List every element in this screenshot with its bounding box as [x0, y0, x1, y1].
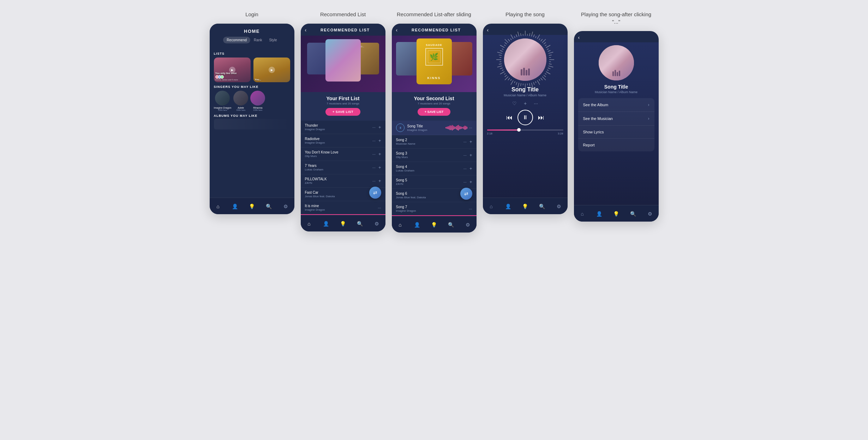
s2-song-row-0[interactable]: Thunder Imagine Dragon ··· + — [301, 121, 385, 134]
svg-line-65 — [545, 45, 546, 46]
s4-footer-idea[interactable]: 💡 — [520, 201, 530, 211]
s2-song-row-3[interactable]: 7 Years Lukas Graham ··· + — [301, 161, 385, 174]
s3-footer-user[interactable]: 👤 — [412, 220, 422, 230]
s2-plus-0[interactable]: + — [378, 125, 381, 130]
s2-footer-user[interactable]: 👤 — [321, 219, 331, 229]
s1-body: LISTS ▶ You only live once Donna, — [210, 46, 294, 198]
s4-heart-btn[interactable]: ♡ — [512, 101, 517, 106]
s3-dots-2[interactable]: ··· — [463, 167, 467, 171]
s3-song-row-0[interactable]: Song 2 Musician Name ··· + — [392, 135, 477, 149]
s1-singer-1[interactable]: Imagine Dragon 200k fans — [214, 91, 232, 111]
s3-save-btn[interactable]: + SAVE LIST — [418, 108, 451, 116]
svg-line-67 — [547, 49, 549, 49]
s5-footer-settings[interactable]: ⚙ — [645, 209, 655, 219]
s4-prev-btn[interactable]: ⏮ — [506, 114, 513, 121]
s3-song-row-1[interactable]: Song 3 Olly Murs ··· + — [392, 149, 477, 162]
s1-footer-search[interactable]: 🔍 — [264, 201, 274, 211]
s1-footer: ⌂ 👤 💡 🔍 ⚙ — [210, 198, 294, 214]
s2-song-row-2[interactable]: You Don't Know Love Olly Murs ··· + — [301, 147, 385, 161]
s2-song-row-6[interactable]: It is mine Imagine Dragon ··· — [301, 201, 385, 215]
s1-tab-rank[interactable]: Rank — [250, 37, 265, 43]
s3-footer-home[interactable]: ⌂ — [395, 220, 405, 230]
svg-line-25 — [510, 79, 511, 81]
s5-menu-see-musician[interactable]: See the Musician › — [578, 112, 654, 126]
s3-footer-idea[interactable]: 💡 — [429, 220, 439, 230]
s5-back-btn[interactable]: ‹ — [578, 35, 580, 40]
s5-footer-user[interactable]: 👤 — [594, 209, 604, 219]
s3-plus-0[interactable]: + — [469, 139, 472, 144]
s2-song-title-5: Fast Car — [305, 191, 372, 194]
s2-dots-3[interactable]: ··· — [372, 165, 376, 170]
s3-song-row-2[interactable]: Song 4 Lukas Graham ··· + — [392, 162, 477, 175]
s4-plus-btn[interactable]: + — [524, 101, 527, 106]
s3-shuffle-fab[interactable]: ⇄ — [460, 188, 472, 200]
s3-dots-0[interactable]: ··· — [463, 140, 467, 144]
s3-footer-settings[interactable]: ⚙ — [463, 220, 473, 230]
s2-footer-idea[interactable]: 💡 — [338, 219, 348, 229]
s5-body: B G Song Title Musician Name / Album Nam… — [574, 42, 659, 205]
s1-footer-user[interactable]: 👤 — [230, 201, 240, 211]
svg-line-13 — [535, 82, 536, 83]
s5-menu-show-lyrics[interactable]: Show Lyrics — [578, 126, 654, 139]
s1-footer-home[interactable]: ⌂ — [213, 201, 223, 211]
s1-footer-settings[interactable]: ⚙ — [281, 201, 291, 211]
s1-list-card-2[interactable]: ▶ You... — [253, 58, 290, 82]
s3-album-bot-text: KINNS — [427, 76, 441, 80]
s1-list-card-1[interactable]: ▶ You only live once Donna, Janice and 5… — [214, 58, 251, 82]
s2-shuffle-fab[interactable]: ⇄ — [369, 187, 381, 199]
s3-dots-3[interactable]: ··· — [463, 180, 467, 184]
s3-back-btn[interactable]: ‹ — [396, 27, 398, 33]
s1-tab-recommend[interactable]: Recommend — [223, 37, 250, 43]
s2-dots-1[interactable]: ··· — [372, 139, 376, 143]
s4-next-btn[interactable]: ⏭ — [538, 114, 544, 121]
s4-progress-bar-bg[interactable] — [487, 129, 563, 131]
s2-footer-settings[interactable]: ⚙ — [372, 219, 382, 229]
s5-footer-home[interactable]: ⌂ — [577, 209, 587, 219]
s2-plus-1[interactable]: + — [378, 138, 381, 143]
s2-dots-2[interactable]: ··· — [372, 152, 376, 156]
s3-plus-2[interactable]: + — [469, 166, 472, 171]
s5-menu-see-album[interactable]: See the Album › — [578, 98, 654, 112]
s4-footer-home[interactable]: ⌂ — [486, 201, 496, 211]
s1-singer-avatar-1 — [215, 91, 230, 106]
s2-song-row-1[interactable]: Radiotive Imagine Dragon ··· + — [301, 134, 385, 147]
s3-dots-5[interactable]: ··· — [469, 207, 472, 211]
s4-footer-search[interactable]: 🔍 — [537, 201, 547, 211]
s3-plus-3[interactable]: + — [469, 179, 472, 185]
s2-save-btn[interactable]: + SAVE LIST — [325, 108, 360, 116]
s2-dots-6[interactable]: ··· — [378, 206, 381, 210]
s1-footer-idea[interactable]: 💡 — [247, 201, 257, 211]
s2-plus-3[interactable]: + — [378, 165, 381, 170]
s3-plus-1[interactable]: + — [469, 152, 472, 158]
s3-song-row-3[interactable]: Song 5 ZAYN ··· + — [392, 175, 477, 189]
s2-footer-search[interactable]: 🔍 — [355, 219, 365, 229]
s2-dots-0[interactable]: ··· — [372, 125, 376, 129]
s2-song-row-4[interactable]: PILLOWTALK ZAYN ··· + — [301, 174, 385, 188]
s3-footer: ⌂ 👤 💡 🔍 ⚙ — [392, 216, 477, 233]
s1-singer-2[interactable]: Adele 300k fans — [233, 91, 248, 111]
s4-pause-btn[interactable]: ⏸ — [517, 110, 533, 125]
s2-dots-4[interactable]: ··· — [372, 179, 376, 183]
s1-play-2[interactable]: ▶ — [269, 67, 275, 73]
s4-footer-settings[interactable]: ⚙ — [554, 201, 564, 211]
s2-footer-home[interactable]: ⌂ — [304, 219, 314, 229]
s5-menu-report[interactable]: Report — [578, 139, 654, 151]
s3-footer-search[interactable]: 🔍 — [446, 220, 456, 230]
s4-footer-user[interactable]: 👤 — [503, 201, 513, 211]
s5-footer-search[interactable]: 🔍 — [628, 209, 638, 219]
s1-tab-style[interactable]: Style — [265, 37, 280, 43]
s2-plus-4[interactable]: + — [378, 178, 381, 183]
s3-dots-1[interactable]: ··· — [463, 153, 467, 157]
s5-footer-idea[interactable]: 💡 — [611, 209, 621, 219]
s1-list1-friends: Donna, Janice and 5 more — [215, 79, 249, 81]
s3-song-row-5[interactable]: Song 7 Imagine Dragon ··· — [392, 202, 477, 216]
screen2-phone: ‹ RECOMMENDED LIST SAUD... Your First Li… — [301, 24, 385, 231]
s3-now-playing-row[interactable]: ⏸ Song Title Imagine Dragon ··· — [392, 121, 477, 135]
s1-singer-3[interactable]: Rihanna 220k fans — [250, 91, 265, 111]
s2-plus-2[interactable]: + — [378, 151, 381, 157]
s2-back-btn[interactable]: ‹ — [305, 27, 307, 33]
s3-play-indicator[interactable]: ⏸ — [396, 123, 405, 132]
s4-more-btn[interactable]: ··· — [534, 101, 538, 106]
s3-np-dots[interactable]: ··· — [469, 126, 472, 130]
s4-back-btn[interactable]: ‹ — [487, 27, 489, 33]
